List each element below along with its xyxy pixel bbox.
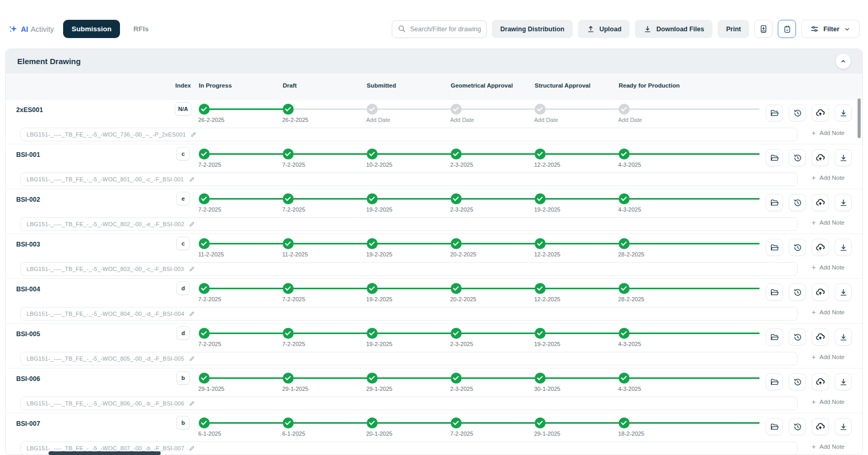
edit-icon[interactable] xyxy=(189,355,195,362)
milestone-check-icon[interactable] xyxy=(367,417,378,428)
ai-activity-button[interactable]: AI Activity xyxy=(8,24,58,34)
open-folder-button[interactable] xyxy=(766,239,783,256)
add-note-button[interactable]: + Add Note xyxy=(812,443,845,450)
milestone-check-icon[interactable] xyxy=(283,193,294,204)
download-row-button[interactable] xyxy=(835,149,852,166)
history-button[interactable] xyxy=(789,149,806,166)
index-badge[interactable]: N/A xyxy=(175,102,192,116)
cloud-upload-button[interactable] xyxy=(812,373,829,390)
history-button[interactable] xyxy=(789,239,806,256)
milestone-pending-icon[interactable] xyxy=(451,104,462,115)
index-badge[interactable]: b xyxy=(176,371,190,385)
download-row-button[interactable] xyxy=(835,373,852,390)
milestone-check-icon[interactable] xyxy=(199,104,210,115)
milestone-check-icon[interactable] xyxy=(619,328,630,339)
milestone-pending-icon[interactable] xyxy=(619,104,630,115)
download-row-button[interactable] xyxy=(835,104,852,121)
edit-icon[interactable] xyxy=(189,400,195,407)
add-note-button[interactable]: + Add Note xyxy=(812,309,845,316)
milestone-check-icon[interactable] xyxy=(283,283,294,294)
open-folder-button[interactable] xyxy=(766,284,783,301)
add-note-button[interactable]: + Add Note xyxy=(812,129,845,137)
download-row-button[interactable] xyxy=(835,418,852,435)
index-badge[interactable]: d xyxy=(176,281,190,295)
edit-icon[interactable] xyxy=(189,266,195,272)
cloud-upload-button[interactable] xyxy=(812,284,829,301)
milestone-check-icon[interactable] xyxy=(451,149,462,159)
cloud-upload-button[interactable] xyxy=(812,239,829,256)
milestone-check-icon[interactable] xyxy=(199,283,210,294)
open-folder-button[interactable] xyxy=(766,194,783,211)
add-date-link[interactable]: Add Date xyxy=(534,117,558,123)
cloud-upload-button[interactable] xyxy=(812,194,829,211)
milestone-check-icon[interactable] xyxy=(367,193,378,204)
upload-button[interactable]: Upload xyxy=(578,20,630,38)
milestone-check-icon[interactable] xyxy=(535,373,546,384)
milestone-check-icon[interactable] xyxy=(451,373,462,384)
search-input[interactable] xyxy=(410,26,481,33)
download-row-button[interactable] xyxy=(835,328,852,346)
download-row-button[interactable] xyxy=(835,239,852,256)
milestone-check-icon[interactable] xyxy=(367,283,378,294)
milestone-check-icon[interactable] xyxy=(283,373,294,384)
milestone-check-icon[interactable] xyxy=(367,373,378,384)
milestone-check-icon[interactable] xyxy=(199,238,210,249)
add-note-button[interactable]: + Add Note xyxy=(812,174,845,181)
cloud-upload-button[interactable] xyxy=(812,149,829,166)
edit-icon[interactable] xyxy=(189,311,195,317)
milestone-check-icon[interactable] xyxy=(535,283,546,294)
tab-rfis[interactable]: RFIs xyxy=(125,20,157,38)
milestone-check-icon[interactable] xyxy=(619,149,630,159)
open-folder-button[interactable] xyxy=(766,373,783,390)
milestone-check-icon[interactable] xyxy=(199,417,210,428)
index-badge[interactable]: c xyxy=(176,237,190,250)
index-badge[interactable]: d xyxy=(176,326,190,340)
edit-icon[interactable] xyxy=(189,176,195,182)
milestone-check-icon[interactable] xyxy=(367,149,378,159)
document-download-button[interactable] xyxy=(754,20,773,38)
open-folder-button[interactable] xyxy=(766,418,783,435)
milestone-check-icon[interactable] xyxy=(199,149,210,159)
cloud-upload-button[interactable] xyxy=(812,104,829,121)
add-note-button[interactable]: + Add Note xyxy=(812,219,845,226)
history-button[interactable] xyxy=(789,104,806,121)
horizontal-scrollbar-thumb[interactable] xyxy=(49,451,161,455)
download-files-button[interactable]: Download Files xyxy=(635,20,713,38)
milestone-check-icon[interactable] xyxy=(199,373,210,384)
drawing-distribution-button[interactable]: Drawing Distribution xyxy=(492,20,573,38)
milestone-check-icon[interactable] xyxy=(283,104,294,115)
milestone-check-icon[interactable] xyxy=(619,417,630,428)
milestone-check-icon[interactable] xyxy=(535,417,546,428)
open-folder-button[interactable] xyxy=(766,149,783,166)
edit-icon[interactable] xyxy=(190,131,197,138)
add-date-link[interactable]: Add Date xyxy=(366,117,390,123)
open-folder-button[interactable] xyxy=(766,328,783,346)
edit-icon[interactable] xyxy=(189,221,195,227)
milestone-check-icon[interactable] xyxy=(619,283,630,294)
milestone-check-icon[interactable] xyxy=(535,238,546,249)
add-date-link[interactable]: Add Date xyxy=(450,117,474,123)
history-button[interactable] xyxy=(789,328,806,346)
milestone-check-icon[interactable] xyxy=(199,193,210,204)
add-note-button[interactable]: + Add Note xyxy=(812,353,845,361)
milestone-check-icon[interactable] xyxy=(283,238,294,249)
history-button[interactable] xyxy=(789,418,806,435)
vertical-scrollbar-thumb[interactable] xyxy=(858,99,861,138)
milestone-check-icon[interactable] xyxy=(283,328,294,339)
milestone-check-icon[interactable] xyxy=(619,193,630,204)
index-badge[interactable]: b xyxy=(176,416,190,429)
milestone-check-icon[interactable] xyxy=(451,238,462,249)
milestone-check-icon[interactable] xyxy=(199,328,210,339)
milestone-check-icon[interactable] xyxy=(451,328,462,339)
download-row-button[interactable] xyxy=(835,194,852,211)
add-note-button[interactable]: + Add Note xyxy=(812,264,845,271)
milestone-check-icon[interactable] xyxy=(619,373,630,384)
milestone-check-icon[interactable] xyxy=(283,149,294,159)
index-badge[interactable]: e xyxy=(176,192,190,205)
milestone-check-icon[interactable] xyxy=(367,238,378,249)
milestone-pending-icon[interactable] xyxy=(535,104,546,115)
index-badge[interactable]: c xyxy=(176,147,190,161)
tab-submission[interactable]: Submission xyxy=(63,20,120,38)
schedule-view-button[interactable] xyxy=(778,20,796,38)
history-button[interactable] xyxy=(789,373,806,390)
